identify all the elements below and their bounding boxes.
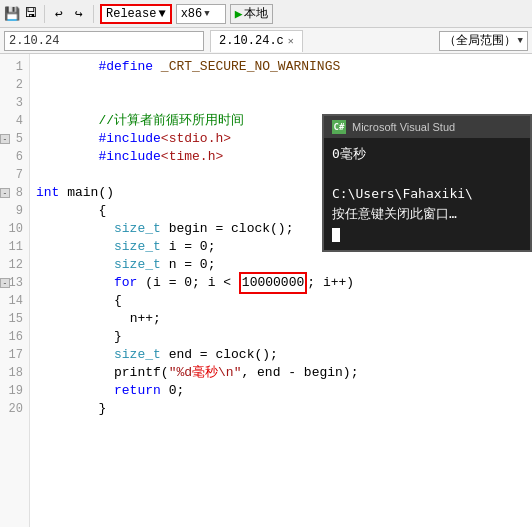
console-cursor-line	[332, 224, 522, 244]
console-popup: C# Microsoft Visual Stud 0毫秒 C:\Users\Fa…	[322, 114, 532, 252]
tabbar: 2.10.24.c ✕ （全局范围） ▼	[0, 28, 532, 54]
fold-icon-13[interactable]: -	[0, 278, 10, 288]
kw-for: for	[114, 274, 137, 292]
pp-include-6: #include	[98, 148, 160, 166]
console-titlebar: C# Microsoft Visual Stud	[324, 116, 530, 138]
console-line-4: 按任意键关闭此窗口…	[332, 204, 522, 224]
line-7: 7	[0, 166, 29, 184]
console-body: 0毫秒 C:\Users\Fahaxiki\ 按任意键关闭此窗口…	[324, 138, 530, 250]
release-dropdown[interactable]: Release ▼	[100, 4, 172, 24]
platform-label: x86	[181, 7, 203, 21]
fn-printf: printf(	[114, 364, 169, 382]
line-9: 9	[0, 202, 29, 220]
file-icons: 💾 🖫	[4, 6, 38, 22]
line-19: 19	[0, 382, 29, 400]
console-line-1: 0毫秒	[332, 144, 522, 164]
line-18: 18	[0, 364, 29, 382]
line-17: 17	[0, 346, 29, 364]
type-size_t-10: size_t	[114, 220, 161, 238]
pp-define: #define	[98, 58, 153, 76]
save-icon[interactable]: 💾	[4, 6, 20, 22]
line-6: 6	[0, 148, 29, 166]
comment-text: //计算者前循环所用时间	[98, 112, 244, 130]
console-cursor	[332, 228, 340, 242]
str-chinese: 毫秒	[192, 364, 218, 382]
fold-icon-8[interactable]: -	[0, 188, 10, 198]
brace-main-close: }	[98, 400, 106, 418]
play-triangle-icon: ▶	[235, 6, 243, 22]
stmt-npp: n++;	[130, 310, 161, 328]
platform-dropdown[interactable]: x86 ▼	[176, 4, 226, 24]
type-size_t-17: size_t	[114, 346, 161, 364]
platform-arrow-icon: ▼	[204, 9, 209, 19]
play-button[interactable]: ▶ 本地	[230, 4, 274, 24]
line-5: - 5	[0, 130, 29, 148]
play-label: 本地	[244, 5, 268, 22]
line-numbers: 1 2 3 4 - 5 6 7 - 8 9 10 11 12 - 13 14 1…	[0, 54, 30, 527]
line-14: 14	[0, 292, 29, 310]
fold-icon-5[interactable]: -	[0, 134, 10, 144]
scope-dropdown[interactable]: （全局范围） ▼	[439, 31, 528, 51]
brace-for-close: }	[114, 328, 122, 346]
pp-include-5: #include	[98, 130, 160, 148]
line-12: 12	[0, 256, 29, 274]
redo-icon[interactable]: ↪	[71, 6, 87, 22]
loop-limit-highlight: 10000000	[239, 272, 307, 294]
scope-arrow-icon: ▼	[518, 36, 523, 46]
file-path-input[interactable]	[4, 31, 204, 51]
source-tab[interactable]: 2.10.24.c ✕	[210, 30, 303, 52]
type-size_t-11: size_t	[114, 238, 161, 256]
code-line-1: #define _CRT_SECURE_NO_WARNINGS	[36, 58, 532, 76]
str-newline: \n"	[218, 364, 241, 382]
line-1: 1	[0, 58, 29, 76]
line-16: 16	[0, 328, 29, 346]
line-15: 15	[0, 310, 29, 328]
line-4: 4	[0, 112, 29, 130]
code-area: 1 2 3 4 - 5 6 7 - 8 9 10 11 12 - 13 14 1…	[0, 54, 532, 527]
code-line-2	[36, 76, 532, 94]
line-13: - 13	[0, 274, 29, 292]
tab-label: 2.10.24.c	[219, 34, 284, 48]
sep2	[93, 5, 94, 23]
code-line-19: return 0;	[36, 382, 532, 400]
include-time: <time.h>	[161, 148, 223, 166]
kw-return: return	[114, 382, 161, 400]
str-format: "%d	[169, 364, 192, 382]
code-line-3	[36, 94, 532, 112]
tab-close-icon[interactable]: ✕	[288, 35, 294, 47]
console-line-2	[332, 164, 522, 184]
macro-name: _CRT_SECURE_NO_WARNINGS	[161, 58, 340, 76]
console-title-text: Microsoft Visual Stud	[352, 121, 455, 133]
console-icon-label: C#	[334, 122, 345, 132]
scope-label: （全局范围）	[444, 32, 516, 49]
line-2: 2	[0, 76, 29, 94]
line-3: 3	[0, 94, 29, 112]
line-20: 20	[0, 400, 29, 418]
console-line-3: C:\Users\Fahaxiki\	[332, 184, 522, 204]
line-8: - 8	[0, 184, 29, 202]
type-size_t-12: size_t	[114, 256, 161, 274]
release-arrow-icon: ▼	[158, 7, 165, 21]
line-11: 11	[0, 238, 29, 256]
save-all-icon[interactable]: 🖫	[22, 6, 38, 22]
sep1	[44, 5, 45, 23]
line-10: 10	[0, 220, 29, 238]
release-label: Release	[106, 7, 156, 21]
undo-icon[interactable]: ↩	[51, 6, 67, 22]
toolbar: 💾 🖫 ↩ ↪ Release ▼ x86 ▼ ▶ 本地	[0, 0, 532, 28]
include-stdio: <stdio.h>	[161, 130, 231, 148]
console-app-icon: C#	[332, 120, 346, 134]
